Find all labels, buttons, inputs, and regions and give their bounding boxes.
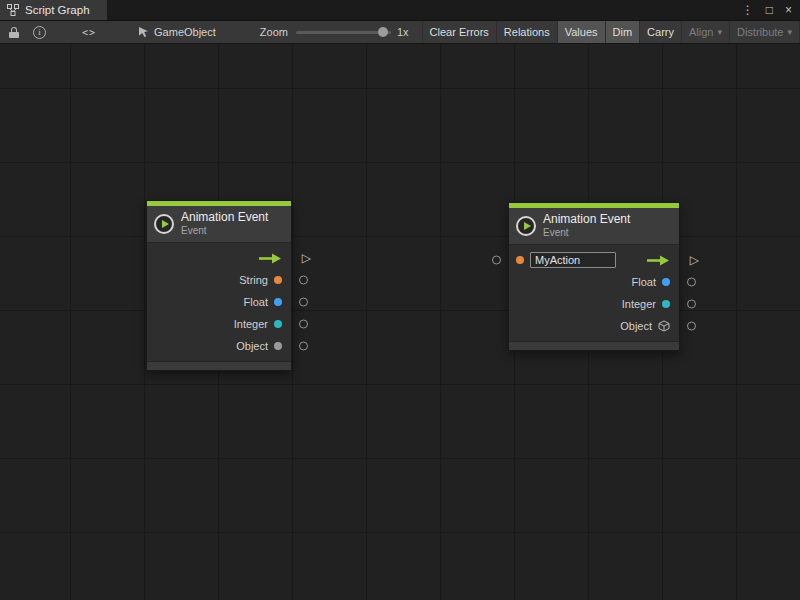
port-label-object: Object	[620, 320, 652, 332]
code-icon[interactable]: <>	[82, 27, 96, 38]
object-output-port[interactable]	[687, 322, 696, 331]
zoom-slider[interactable]	[296, 25, 391, 39]
lock-body	[9, 32, 19, 38]
integer-output-port[interactable]	[299, 320, 308, 329]
output-row-object: Object	[509, 315, 679, 337]
port-label-float: Float	[632, 276, 656, 288]
clear-errors-button[interactable]: Clear Errors	[422, 21, 496, 43]
flow-output-row: ▷	[147, 247, 291, 269]
gameobject-label: GameObject	[154, 26, 216, 38]
port-label-string: String	[239, 274, 268, 286]
string-output-port[interactable]	[299, 276, 308, 285]
node-title: Animation Event	[543, 212, 630, 226]
node-body: ▷ String Float Integer Object	[147, 243, 291, 361]
node-title-block: Animation Event Event	[181, 210, 268, 237]
string-type-dot	[516, 256, 524, 264]
port-label-integer: Integer	[234, 318, 268, 330]
window-controls: ⋮ □ ×	[742, 0, 800, 20]
string-type-dot	[274, 276, 282, 284]
info-icon[interactable]	[33, 26, 46, 39]
float-output-port[interactable]	[687, 278, 696, 287]
chevron-down-icon: ▾	[787, 27, 792, 37]
play-triangle	[524, 222, 531, 230]
name-input-port[interactable]	[492, 256, 501, 265]
graph-canvas[interactable]: Animation Event Event ▷ String Float	[0, 44, 800, 600]
flow-output-port[interactable]: ▷	[302, 252, 311, 264]
output-row-float: Float	[147, 291, 291, 313]
port-label-float: Float	[244, 296, 268, 308]
output-row-integer: Integer	[509, 293, 679, 315]
output-row-string: String	[147, 269, 291, 291]
flow-arrow-icon	[258, 253, 282, 264]
gameobject-icon	[138, 26, 149, 38]
flow-output-port[interactable]: ▷	[690, 254, 699, 266]
tab-script-graph[interactable]: Script Graph	[0, 0, 107, 20]
close-icon[interactable]: ×	[785, 4, 792, 16]
graph-toolbar: <> GameObject Zoom 1x Clear Errors Relat…	[0, 21, 800, 44]
port-label-object: Object	[236, 340, 268, 352]
align-button: Align ▾	[681, 21, 729, 43]
node-footer	[147, 361, 291, 370]
relations-button[interactable]: Relations	[496, 21, 557, 43]
node-subtitle: Event	[543, 227, 630, 239]
object-output-port[interactable]	[299, 342, 308, 351]
zoom-slider-handle[interactable]	[378, 27, 388, 37]
object-cube-icon	[658, 320, 670, 332]
maximize-icon[interactable]: □	[766, 4, 773, 16]
integer-type-dot	[662, 300, 670, 308]
flow-arrow-icon	[646, 255, 670, 266]
align-button-label: Align	[689, 26, 713, 38]
values-button[interactable]: Values	[557, 21, 605, 43]
node-header: Animation Event Event	[509, 208, 679, 245]
gameobject-selector[interactable]: GameObject	[138, 26, 216, 38]
integer-type-dot	[274, 320, 282, 328]
node-header: Animation Event Event	[147, 206, 291, 243]
node-animation-event-1[interactable]: Animation Event Event ▷ String Float	[146, 200, 292, 371]
distribute-button: Distribute ▾	[729, 21, 799, 43]
event-play-icon	[154, 214, 174, 234]
node-animation-event-2[interactable]: Animation Event Event ▷ Float	[508, 202, 680, 351]
tab-label: Script Graph	[25, 4, 90, 16]
play-triangle	[162, 220, 169, 228]
dim-button[interactable]: Dim	[605, 21, 640, 43]
float-type-dot	[274, 298, 282, 306]
node-footer	[509, 341, 679, 350]
name-input-row: ▷	[509, 249, 679, 271]
zoom-value: 1x	[397, 26, 409, 38]
node-title-block: Animation Event Event	[543, 212, 630, 239]
zoom-label: Zoom	[260, 26, 288, 38]
float-output-port[interactable]	[299, 298, 308, 307]
distribute-button-label: Distribute	[737, 26, 783, 38]
port-label-integer: Integer	[622, 298, 656, 310]
output-row-integer: Integer	[147, 313, 291, 335]
output-row-object: Object	[147, 335, 291, 357]
script-graph-icon	[7, 4, 19, 16]
chevron-down-icon: ▾	[717, 27, 722, 37]
window-titlebar: Script Graph ⋮ □ ×	[0, 0, 800, 21]
node-subtitle: Event	[181, 225, 268, 237]
output-row-float: Float	[509, 271, 679, 293]
event-play-icon	[516, 216, 536, 236]
node-title: Animation Event	[181, 210, 268, 224]
zoom-slider-track[interactable]	[296, 31, 391, 34]
node-body: ▷ Float Integer Object	[509, 245, 679, 341]
carry-button[interactable]: Carry	[639, 21, 681, 43]
kebab-menu-icon[interactable]: ⋮	[742, 4, 754, 16]
action-name-field[interactable]	[530, 252, 616, 268]
integer-output-port[interactable]	[687, 300, 696, 309]
object-type-dot	[274, 342, 282, 350]
float-type-dot	[662, 278, 670, 286]
lock-icon[interactable]	[9, 27, 19, 38]
